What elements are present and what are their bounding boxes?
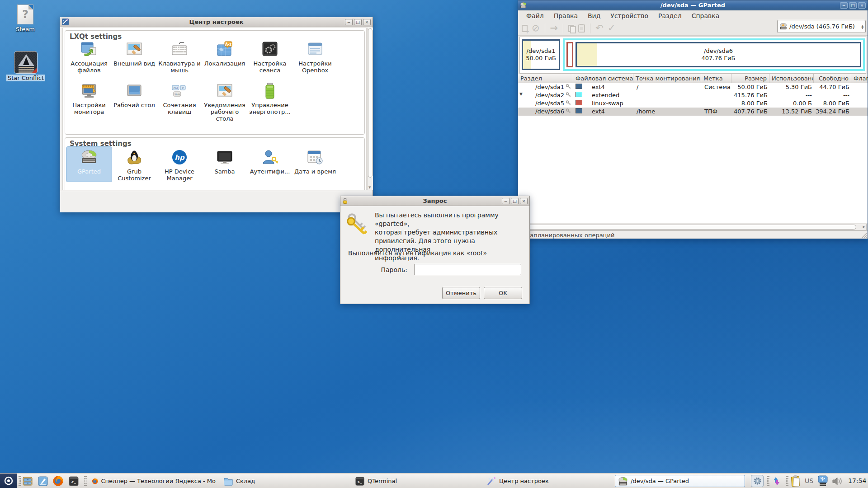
- device-selector-value: /dev/sda (465.76 ГиБ): [789, 23, 855, 30]
- delete-partition-button[interactable]: ⊘: [532, 23, 540, 33]
- fs-color-swatch: [576, 92, 582, 97]
- partition-box-sda5[interactable]: [566, 42, 573, 67]
- minimize-button[interactable]: −: [345, 19, 353, 25]
- task-qterminal[interactable]: >_ QTerminal: [352, 475, 482, 487]
- tile-file-associations[interactable]: Ассоциация файлов: [66, 39, 112, 74]
- tray-clipboard[interactable]: [789, 475, 802, 487]
- table-row-sda2[interactable]: ▼ /dev/sda2 extended 415.76 ГиБ --- ---: [518, 91, 868, 99]
- firefox-icon: [52, 475, 64, 487]
- tile-localization[interactable]: A-z Локализация: [202, 39, 247, 74]
- table-row-sda1[interactable]: /dev/sda1 ext4 / Система 50.00 ГиБ 5.30 …: [518, 83, 868, 91]
- tile-gparted[interactable]: GParted: [66, 147, 112, 182]
- gparted-horizontal-scrollbar[interactable]: ▶: [519, 224, 867, 230]
- table-row-sda5[interactable]: /dev/sda5 linux-swap 8.00 ГиБ 0.00 Б 8.0…: [518, 99, 868, 108]
- tile-desktop-settings[interactable]: Рабочий стол: [112, 80, 157, 122]
- gparted-icon: [80, 148, 99, 167]
- menu-help[interactable]: Справка: [687, 11, 724, 21]
- menu-view[interactable]: Вид: [583, 11, 605, 21]
- password-input[interactable]: [414, 264, 521, 275]
- menu-edit[interactable]: Правка: [549, 11, 582, 21]
- tile-keyboard-mouse[interactable]: Клавиатура и мышь: [157, 39, 202, 74]
- auth-dialog-titlebar[interactable]: Запрос − □ ×: [340, 196, 529, 206]
- quicklaunch-text-editor[interactable]: [36, 474, 49, 488]
- tray-network-monitor[interactable]: [769, 475, 782, 487]
- tile-authentication[interactable]: Аутентифи...: [247, 147, 292, 182]
- cancel-button[interactable]: Отменить: [442, 287, 480, 299]
- header-size: Размер: [731, 74, 769, 83]
- maximize-button[interactable]: □: [354, 19, 362, 25]
- quicklaunch-terminal[interactable]: >_: [67, 474, 80, 488]
- desktop-icon-star-conflict[interactable]: Star Conflict: [5, 51, 46, 81]
- quicklaunch-file-manager[interactable]: [21, 474, 34, 488]
- tile-power-management[interactable]: Управление энергопотр...: [247, 80, 292, 122]
- device-spinner[interactable]: ▲▼: [861, 24, 863, 29]
- clock[interactable]: 17:54: [848, 477, 866, 484]
- tile-openbox-settings[interactable]: Настройки Openbox: [292, 39, 338, 74]
- tile-session-settings[interactable]: Настройка сеанса: [247, 39, 292, 74]
- scrollbar-thumb[interactable]: [368, 28, 373, 178]
- menu-device[interactable]: Устройство: [606, 11, 653, 21]
- maximize-button[interactable]: □: [849, 2, 857, 9]
- device-selector[interactable]: /dev/sda (465.76 ГиБ) ▲▼: [777, 20, 866, 33]
- tile-samba[interactable]: Samba: [202, 147, 247, 182]
- close-button[interactable]: ×: [858, 2, 866, 9]
- scroll-right-arrow-icon[interactable]: ▶: [863, 225, 865, 229]
- scroll-down-arrow-icon[interactable]: ▼: [368, 186, 371, 189]
- app-menu-button[interactable]: [0, 474, 17, 488]
- task-settings-center[interactable]: Центр настроек: [483, 475, 613, 487]
- new-partition-button[interactable]: [522, 25, 528, 32]
- settings-vertical-scrollbar[interactable]: ▼: [367, 28, 373, 190]
- tray-removable-media[interactable]: [816, 474, 830, 488]
- gear-icon: [753, 477, 762, 485]
- tile-appearance[interactable]: Внешний вид: [112, 39, 157, 74]
- ok-button[interactable]: OK: [484, 287, 522, 299]
- table-row-sda6[interactable]: /dev/sda6 ext4 /home ТПФ 407.76 ГиБ 13.5…: [518, 108, 868, 116]
- task-label: Спеллер — Технологии Яндекса - Мо: [101, 478, 216, 484]
- task-folder-sklad[interactable]: Склад: [220, 475, 350, 487]
- minimize-button[interactable]: −: [840, 2, 848, 9]
- paste-button[interactable]: [578, 24, 585, 33]
- terminal-icon: >_: [68, 476, 79, 487]
- desktop-icon-steam[interactable]: ? Steam: [8, 5, 42, 33]
- undo-button[interactable]: ↶: [595, 23, 604, 33]
- minimize-button[interactable]: −: [502, 198, 509, 204]
- menu-file[interactable]: Файл: [522, 11, 548, 21]
- partition-box-sda6[interactable]: /dev/sda6407.76 ГиБ: [576, 42, 861, 67]
- copy-button[interactable]: [568, 25, 574, 32]
- extended-partition-frame[interactable]: /dev/sda6407.76 ГиБ: [563, 38, 865, 71]
- firefox-icon: [92, 476, 98, 486]
- tile-desktop-notifications[interactable]: Уведомления рабочего стола: [202, 80, 247, 122]
- task-firefox-speller[interactable]: Спеллер — Технологии Яндекса - Мо: [89, 475, 219, 487]
- keyboard-layout-indicator[interactable]: US: [805, 477, 813, 484]
- apply-button[interactable]: ✓: [608, 23, 616, 33]
- task-gparted[interactable]: /dev/sda — GParted: [615, 475, 745, 487]
- maximize-button[interactable]: □: [511, 198, 519, 204]
- scrollbar-thumb[interactable]: [520, 225, 856, 230]
- settings-center-titlebar[interactable]: Центр настроек − □ ×: [60, 17, 373, 27]
- settings-center-window: Центр настроек − □ × LXQt settings Ассоц…: [60, 17, 373, 212]
- tile-monitor-settings[interactable]: Настройки монитора: [66, 80, 112, 122]
- tile-shortcut-keys[interactable]: CtrlCShift Сочетания клавиш: [157, 80, 202, 122]
- menu-partition[interactable]: Раздел: [654, 11, 686, 21]
- svg-text:Shift: Shift: [175, 93, 180, 96]
- settings-center-window-icon: [62, 19, 69, 25]
- resize-grip[interactable]: [861, 232, 868, 239]
- terminal-icon: >_: [355, 476, 365, 486]
- group-lxqt-settings: LXQt settings Ассоциация файлов Внешний …: [65, 30, 365, 135]
- panel-separator: [786, 475, 788, 486]
- gparted-window: /dev/sda — GParted − □ × Файл Правка Вид…: [518, 0, 868, 239]
- close-button[interactable]: ×: [520, 198, 528, 204]
- tile-hp-device-manager[interactable]: hp HP Device Manager: [157, 147, 202, 182]
- gparted-titlebar[interactable]: /dev/sda — GParted − □ ×: [518, 0, 868, 10]
- partition-box-sda1[interactable]: /dev/sda150.00 ГиБ: [522, 39, 560, 70]
- resize-move-button[interactable]: →: [550, 23, 558, 33]
- authentication-icon: [260, 148, 279, 167]
- quicklaunch-firefox[interactable]: [52, 474, 65, 488]
- tray-volume[interactable]: [831, 475, 844, 487]
- tile-date-time[interactable]: Дата и время: [292, 147, 338, 182]
- tray-updates-gear[interactable]: [751, 475, 764, 487]
- close-button[interactable]: ×: [363, 19, 371, 25]
- tile-grub-customizer[interactable]: Grub Customizer: [112, 147, 157, 182]
- disk-icon: [779, 23, 787, 30]
- desktop-notifications-icon: [215, 81, 234, 100]
